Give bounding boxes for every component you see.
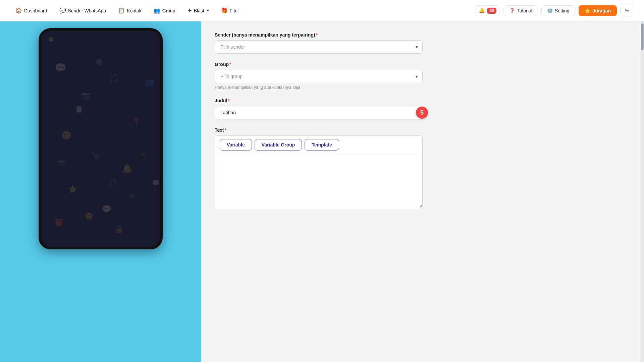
svg-text:🎵: 🎵 [108, 73, 119, 83]
nav-group[interactable]: 👥 Group [149, 5, 180, 16]
phone-pattern-svg: 💬 📷 🎵 📍 😊 📎 🔔 ⭐ 💬 📱 🎁 🔒 👥 📋 ✈ ⚙️ 💬 📷 🎵 [41, 31, 163, 249]
logout-icon: ↪ [625, 7, 629, 14]
svg-text:😊: 😊 [85, 212, 93, 220]
svg-text:🔒: 🔒 [115, 226, 123, 234]
group-select[interactable]: Pilih group [215, 70, 423, 83]
nav-fitur-label: Fitur [230, 8, 239, 13]
svg-text:👥: 👥 [145, 77, 155, 86]
nav-dashboard-label: Dashboard [24, 8, 47, 13]
notification-button[interactable]: 🔔 58 [475, 5, 500, 16]
judul-input-wrapper: 5 [215, 106, 423, 119]
svg-text:💬: 💬 [102, 204, 112, 214]
svg-text:🎁: 🎁 [55, 218, 64, 227]
group-icon: 👥 [154, 7, 160, 14]
scrollbar[interactable] [641, 21, 644, 362]
nav-sender-label: Sender WhatsApp [68, 8, 106, 13]
notification-badge: 58 [487, 8, 496, 14]
nav-dashboard[interactable]: 🏠 Dashboard [11, 5, 52, 16]
text-label: Text * [215, 127, 423, 133]
setting-label: Setting [555, 8, 570, 13]
sender-select-wrapper: Pilih sender ▾ [215, 40, 423, 54]
fitur-icon: 🎁 [221, 7, 228, 14]
juragan-label: Juragan [593, 8, 611, 13]
nav-fitur[interactable]: 🎁 Fitur [216, 5, 244, 16]
judul-required: * [228, 98, 229, 103]
text-area-wrapper: Variable Variable Group Template [215, 135, 423, 209]
sender-select[interactable]: Pilih sender [215, 40, 423, 54]
logout-button[interactable]: ↪ [620, 5, 633, 16]
tutorial-button[interactable]: ❓ Tutorial [503, 5, 538, 16]
tutorial-label: Tutorial [517, 8, 532, 13]
phone-mockup: 💬 📷 🎵 📍 😊 📎 🔔 ⭐ 💬 📱 🎁 🔒 👥 📋 ✈ ⚙️ 💬 📷 🎵 [39, 28, 163, 249]
svg-text:📍: 📍 [132, 118, 141, 127]
nav-right-actions: 🔔 58 ❓ Tutorial ⚙️ Setting ⭐ Juragan ↪ [475, 5, 633, 16]
group-form-group: Group * Pilih group ▾ Hanya menampilkan … [215, 62, 423, 90]
svg-text:📎: 📎 [92, 152, 100, 160]
judul-label: Judul * [215, 98, 423, 103]
bell-icon: 🔔 [479, 8, 485, 14]
svg-text:📷: 📷 [58, 159, 66, 167]
judul-form-group: Judul * 5 [215, 98, 423, 119]
scrollbar-thumb[interactable] [641, 23, 644, 50]
tutorial-icon: ❓ [509, 8, 515, 13]
nav-kontak[interactable]: 📋 Kontak [113, 5, 146, 16]
variable-button[interactable]: Variable [220, 139, 252, 150]
nav-group-label: Group [162, 8, 175, 13]
group-hint: Hanya menampilkan yang ada kontaknya saj… [215, 85, 423, 90]
form-section: Sender (hanya menampilkan yang terpairin… [215, 32, 423, 209]
text-toolbar: Variable Variable Group Template [215, 136, 422, 154]
nav-blast[interactable]: ✈ Blast ▾ [183, 5, 214, 16]
sender-label: Sender (hanya menampilkan yang terpairin… [215, 32, 423, 38]
template-button[interactable]: Template [305, 139, 339, 150]
variable-group-button[interactable]: Variable Group [255, 139, 302, 150]
svg-text:✈: ✈ [128, 192, 135, 200]
blast-chevron-icon: ▾ [207, 8, 209, 13]
svg-text:📱: 📱 [139, 152, 147, 160]
svg-text:📋: 📋 [75, 105, 83, 113]
svg-text:💬: 💬 [152, 179, 160, 187]
kontak-icon: 📋 [118, 7, 125, 14]
svg-text:📷: 📷 [82, 91, 91, 100]
blast-icon: ✈ [187, 7, 192, 14]
right-form-panel: Sender (hanya menampilkan yang terpairin… [201, 21, 644, 362]
svg-text:🎵: 🎵 [108, 178, 118, 187]
svg-text:😊: 😊 [61, 130, 71, 140]
setting-button[interactable]: ⚙️ Setting [541, 5, 575, 16]
whatsapp-icon: 💬 [59, 7, 66, 14]
nav-sender-whatsapp[interactable]: 💬 Sender WhatsApp [55, 5, 111, 16]
svg-text:⭐: ⭐ [68, 185, 77, 194]
juragan-star-icon: ⭐ [585, 8, 590, 13]
step-5-badge: 5 [416, 107, 428, 119]
main-layout: 💬 📷 🎵 📍 😊 📎 🔔 ⭐ 💬 📱 🎁 🔒 👥 📋 ✈ ⚙️ 💬 📷 🎵 [0, 21, 644, 362]
group-select-wrapper: Pilih group ▾ [215, 70, 423, 83]
juragan-button[interactable]: ⭐ Juragan [579, 5, 617, 16]
text-form-group: Text * Variable Variable Group Template [215, 127, 423, 209]
navbar: 🏠 Dashboard 💬 Sender WhatsApp 📋 Kontak 👥… [0, 0, 644, 21]
svg-text:⚙️: ⚙️ [95, 58, 103, 66]
text-textarea[interactable] [215, 154, 422, 208]
nav-blast-label: Blast [194, 8, 204, 13]
svg-text:🔔: 🔔 [122, 163, 133, 174]
text-required: * [225, 127, 226, 133]
sender-required: * [316, 32, 318, 38]
home-icon: 🏠 [15, 7, 22, 14]
svg-text:💬: 💬 [55, 62, 66, 73]
group-required: * [229, 62, 231, 67]
phone-preview-panel: 💬 📷 🎵 📍 😊 📎 🔔 ⭐ 💬 📱 🎁 🔒 👥 📋 ✈ ⚙️ 💬 📷 🎵 [0, 21, 201, 362]
nav-kontak-label: Kontak [127, 8, 142, 13]
judul-input[interactable] [215, 106, 423, 119]
sender-group: Sender (hanya menampilkan yang terpairin… [215, 32, 423, 54]
group-label: Group * [215, 62, 423, 67]
setting-icon: ⚙️ [547, 8, 553, 13]
